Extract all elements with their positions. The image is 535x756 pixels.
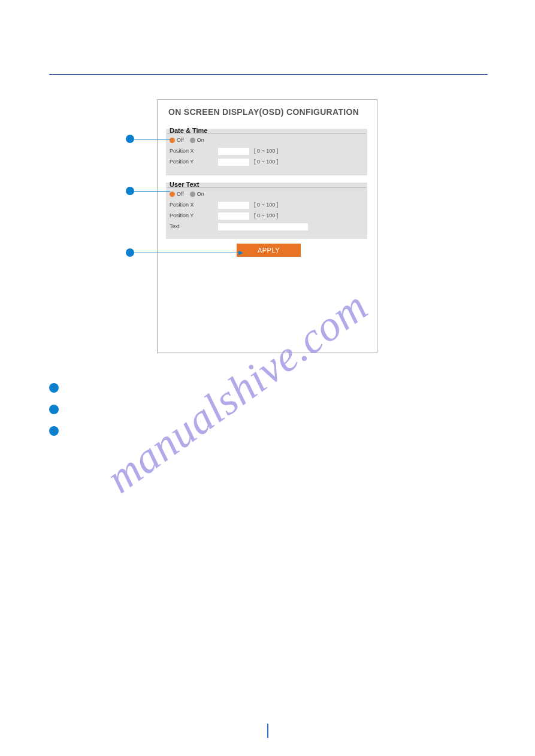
osd-config-panel: ON SCREEN DISPLAY(OSD) CONFIGURATION Dat… <box>157 99 377 353</box>
radio-off-icon[interactable] <box>170 138 175 143</box>
user-pos-x-row: Position X [ 0 ~ 100 ] <box>170 202 278 209</box>
radio-on-label: On <box>197 191 204 197</box>
radio-off-icon[interactable] <box>170 192 175 197</box>
body-item-2 <box>49 403 477 414</box>
pos-x-input[interactable] <box>218 202 249 209</box>
text-input[interactable] <box>218 223 308 230</box>
date-time-radio-row: Off On <box>170 137 204 143</box>
body-item-1 <box>49 382 477 393</box>
callout-dot-1 <box>126 135 134 143</box>
group-divider <box>167 133 366 134</box>
pos-y-range: [ 0 ~ 100 ] <box>254 159 278 165</box>
arrow-right-icon: ▶ <box>238 249 243 256</box>
page-number-divider <box>267 724 268 738</box>
radio-on-icon[interactable] <box>190 138 195 143</box>
radio-off-label: Off <box>177 137 184 143</box>
bullet-icon <box>49 383 59 393</box>
callout-line-2 <box>134 191 170 192</box>
user-text-row: Text <box>170 223 308 230</box>
pos-x-label: Position X <box>170 148 216 154</box>
apply-button[interactable]: APPLY <box>237 244 301 257</box>
date-pos-y-row: Position Y [ 0 ~ 100 ] <box>170 159 278 166</box>
body-item-3 <box>49 425 477 436</box>
pos-y-label: Position Y <box>170 159 216 165</box>
pos-x-range: [ 0 ~ 100 ] <box>254 148 278 154</box>
group-user-text: User Text Off On Position X [ 0 ~ 100 ] … <box>166 183 367 239</box>
callout-line-1 <box>134 139 170 139</box>
pos-x-input[interactable] <box>218 148 249 155</box>
pos-y-label: Position Y <box>170 212 216 218</box>
radio-on-label: On <box>197 137 204 143</box>
user-pos-y-row: Position Y [ 0 ~ 100 ] <box>170 212 278 220</box>
pos-y-range: [ 0 ~ 100 ] <box>254 212 278 218</box>
group-divider <box>167 187 366 188</box>
pos-x-label: Position X <box>170 202 216 208</box>
panel-title: ON SCREEN DISPLAY(OSD) CONFIGURATION <box>168 107 359 117</box>
text-label: Text <box>170 223 216 229</box>
user-text-radio-row: Off On <box>170 191 204 197</box>
bullet-icon <box>49 405 59 414</box>
radio-off-label: Off <box>177 191 184 197</box>
callout-dot-3 <box>126 248 134 257</box>
header-divider <box>49 74 488 75</box>
pos-y-input[interactable] <box>218 159 249 166</box>
radio-on-icon[interactable] <box>190 192 195 197</box>
group-date-time: Date & Time Off On Position X [ 0 ~ 100 … <box>166 129 367 175</box>
date-pos-x-row: Position X [ 0 ~ 100 ] <box>170 148 278 155</box>
callout-dot-2 <box>126 187 134 195</box>
pos-y-input[interactable] <box>218 212 249 220</box>
bullet-icon <box>49 426 59 436</box>
callout-line-3 <box>134 253 241 253</box>
pos-x-range: [ 0 ~ 100 ] <box>254 202 278 208</box>
